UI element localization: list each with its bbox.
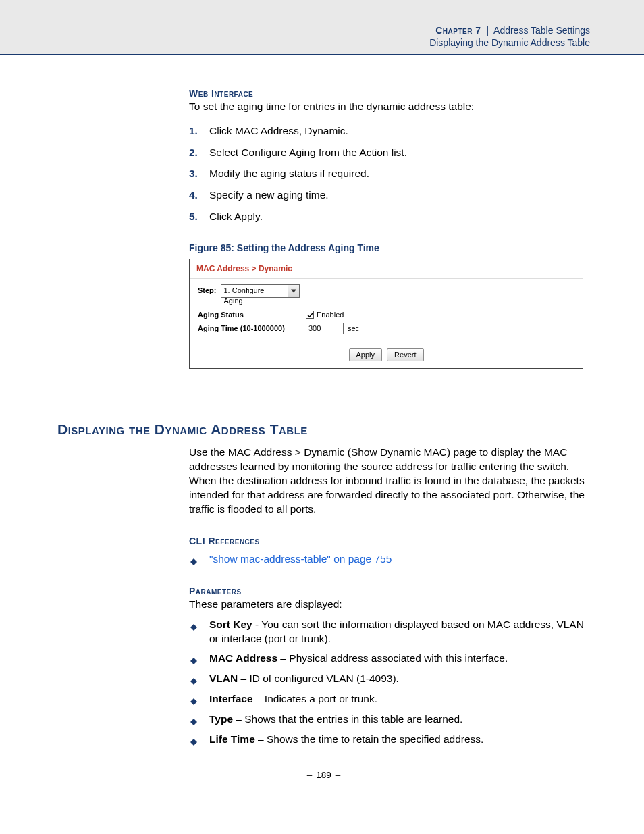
revert-button[interactable]: Revert bbox=[387, 348, 423, 361]
apply-button[interactable]: Apply bbox=[349, 348, 383, 361]
param-name: VLAN bbox=[209, 673, 238, 684]
list-item: Type – Shows that the entries in this ta… bbox=[189, 712, 590, 727]
step-select-value: 1. Configure Aging bbox=[221, 285, 288, 297]
step-item: 1.Click MAC Address, Dynamic. bbox=[189, 124, 590, 138]
aging-status-text: Enabled bbox=[317, 311, 344, 319]
param-sep: – bbox=[238, 673, 249, 684]
aging-time-label: Aging Time (10-1000000) bbox=[198, 324, 306, 333]
figure-screenshot: MAC Address > Dynamic Step: 1. Configure… bbox=[189, 259, 583, 369]
param-name: Interface bbox=[209, 693, 253, 704]
param-desc: You can sort the information displayed b… bbox=[209, 619, 584, 644]
parameters-list: Sort Key - You can sort the information … bbox=[189, 618, 590, 747]
web-interface-intro: To set the aging time for entries in the… bbox=[189, 100, 590, 114]
breadcrumb-subsection: Displaying the Dynamic Address Table bbox=[0, 36, 590, 49]
aging-time-unit: sec bbox=[348, 324, 359, 333]
chapter-label: Chapter 7 bbox=[435, 25, 481, 36]
aging-time-row: Aging Time (10-1000000) 300 sec bbox=[198, 323, 574, 334]
step-text: Modify the aging status if required. bbox=[209, 167, 369, 179]
parameters-heading: Parameters bbox=[189, 585, 590, 596]
diamond-bullet-icon bbox=[190, 715, 197, 722]
svg-marker-7 bbox=[190, 739, 197, 746]
figure-step-row: Step: 1. Configure Aging bbox=[190, 279, 583, 303]
page-number-value: 189 bbox=[316, 770, 331, 780]
diamond-bullet-icon bbox=[190, 695, 197, 702]
list-item: "show mac-address-table" on page 755 bbox=[189, 552, 590, 567]
param-desc: Shows the time to retain the specified a… bbox=[267, 733, 483, 745]
step-item: 3.Modify the aging status if required. bbox=[189, 166, 590, 181]
step-text: Specify a new aging time. bbox=[209, 189, 329, 201]
page-number: –189– bbox=[57, 770, 590, 780]
step-label: Step: bbox=[198, 286, 217, 295]
param-sep: – bbox=[277, 652, 289, 664]
param-sep: – bbox=[233, 713, 244, 725]
step-item: 5.Click Apply. bbox=[189, 209, 590, 224]
aging-time-input[interactable]: 300 bbox=[306, 323, 344, 334]
diamond-bullet-icon bbox=[190, 621, 197, 627]
diamond-bullet-icon bbox=[190, 735, 197, 742]
step-number: 1. bbox=[189, 124, 198, 138]
web-interface-heading: Web Interface bbox=[189, 88, 590, 99]
step-number: 4. bbox=[189, 188, 198, 203]
svg-marker-1 bbox=[190, 558, 197, 565]
breadcrumb-section: Address Table Settings bbox=[493, 25, 590, 36]
aging-status-row: Aging Status Enabled bbox=[198, 311, 574, 319]
param-name: Life Time bbox=[209, 733, 255, 745]
step-number: 5. bbox=[189, 209, 198, 224]
param-name: Sort Key bbox=[209, 619, 252, 630]
chevron-down-icon bbox=[288, 285, 299, 297]
param-sep: – bbox=[253, 693, 265, 704]
section-paragraph: Use the MAC Address > Dynamic (Show Dyna… bbox=[189, 446, 590, 517]
cli-reference-link[interactable]: "show mac-address-table" on page 755 bbox=[209, 553, 392, 565]
diamond-bullet-icon bbox=[190, 654, 197, 661]
step-text: Click Apply. bbox=[209, 211, 263, 222]
svg-marker-3 bbox=[190, 658, 197, 664]
param-desc: Physical address associated with this in… bbox=[289, 652, 508, 664]
svg-marker-0 bbox=[291, 289, 296, 292]
step-select[interactable]: 1. Configure Aging bbox=[221, 284, 300, 298]
list-item: Sort Key - You can sort the information … bbox=[189, 618, 590, 646]
list-item: MAC Address – Physical address associate… bbox=[189, 652, 590, 666]
step-text: Click MAC Address, Dynamic. bbox=[209, 125, 348, 136]
page-content: Web Interface To set the aging time for … bbox=[0, 55, 644, 800]
steps-list: 1.Click MAC Address, Dynamic. 2.Select C… bbox=[189, 124, 590, 224]
figure-form: Aging Status Enabled Aging Time (10-1000… bbox=[190, 303, 583, 344]
header-separator: | bbox=[486, 25, 489, 36]
param-sep: - bbox=[252, 619, 262, 630]
param-desc: Indicates a port or trunk. bbox=[265, 693, 377, 704]
aging-status-label: Aging Status bbox=[198, 311, 306, 319]
parameters-intro: These parameters are displayed: bbox=[189, 598, 590, 612]
aging-status-checkbox[interactable] bbox=[306, 311, 314, 319]
svg-marker-4 bbox=[190, 678, 197, 685]
param-name: MAC Address bbox=[209, 652, 277, 664]
param-sep: – bbox=[255, 733, 267, 745]
param-desc: Shows that the entries in this table are… bbox=[244, 713, 462, 725]
figure-caption: Figure 85: Setting the Address Aging Tim… bbox=[189, 242, 590, 253]
section-heading: Displaying the Dynamic Address Table bbox=[57, 421, 590, 438]
figure-breadcrumb: MAC Address > Dynamic bbox=[190, 259, 583, 278]
param-name: Type bbox=[209, 713, 233, 725]
page-header: Chapter 7 | Address Table Settings Displ… bbox=[0, 0, 644, 55]
svg-marker-6 bbox=[190, 719, 197, 725]
figure-button-row: Apply Revert bbox=[190, 344, 583, 368]
step-item: 4.Specify a new aging time. bbox=[189, 188, 590, 203]
diamond-bullet-icon bbox=[190, 555, 197, 562]
step-text: Select Configure Aging from the Action l… bbox=[209, 147, 407, 158]
list-item: VLAN – ID of configured VLAN (1-4093). bbox=[189, 672, 590, 686]
diamond-bullet-icon bbox=[190, 675, 197, 681]
svg-marker-2 bbox=[190, 624, 197, 631]
svg-marker-5 bbox=[190, 698, 197, 705]
step-number: 2. bbox=[189, 145, 198, 160]
param-desc: ID of configured VLAN (1-4093). bbox=[249, 673, 398, 684]
list-item: Interface – Indicates a port or trunk. bbox=[189, 692, 590, 706]
list-item: Life Time – Shows the time to retain the… bbox=[189, 733, 590, 747]
step-number: 3. bbox=[189, 166, 198, 181]
cli-references-heading: CLI References bbox=[189, 536, 590, 546]
step-item: 2.Select Configure Aging from the Action… bbox=[189, 145, 590, 160]
